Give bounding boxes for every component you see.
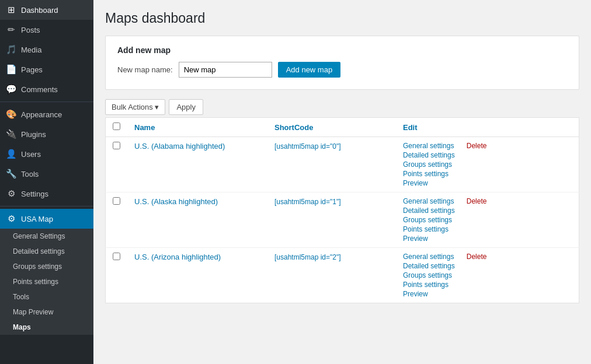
table-row: U.S. (Arizona highlighted)[usahtml5map i… xyxy=(106,248,579,303)
sidebar-item-usa-map[interactable]: ⚙ USA Map xyxy=(0,209,93,229)
edit-link-groups-settings[interactable]: Groups settings xyxy=(403,271,455,279)
table-header-row: Name ShortCode Edit xyxy=(106,118,579,137)
sidebar-item-users[interactable]: 👤 Users xyxy=(0,144,93,164)
row-checkbox-cell xyxy=(106,248,128,303)
row-shortcode: [usahtml5map id="0"] xyxy=(274,142,341,150)
row-name-cell: U.S. (Arizona highlighted) xyxy=(127,248,267,303)
sidebar-item-label: Dashboard xyxy=(21,6,58,15)
edit-link-preview[interactable]: Preview xyxy=(403,290,455,298)
row-checkbox[interactable] xyxy=(113,197,120,205)
row-name[interactable]: U.S. (Alabama highlighted) xyxy=(134,142,225,150)
row-name-cell: U.S. (Alaska highlighted) xyxy=(127,192,267,248)
comments-icon: 💬 xyxy=(6,84,16,94)
select-all-checkbox[interactable] xyxy=(113,123,120,130)
row-checkbox[interactable] xyxy=(113,253,120,260)
sidebar-sub-detailed-settings[interactable]: Detailed settings xyxy=(0,244,93,259)
users-icon: 👤 xyxy=(6,149,16,159)
plugins-icon: 🔌 xyxy=(6,129,16,139)
edit-link-points-settings[interactable]: Points settings xyxy=(403,281,455,289)
sidebar-item-label: Pages xyxy=(21,65,43,74)
edit-link-general-settings[interactable]: General settings xyxy=(403,197,455,205)
add-new-map-button[interactable]: Add new map xyxy=(278,62,341,78)
row-shortcode: [usahtml5map id="2"] xyxy=(274,253,341,261)
sidebar-sub-maps[interactable]: Maps xyxy=(0,320,93,335)
toolbar: Bulk Actions ▾ Apply xyxy=(105,99,579,115)
sidebar-item-label: Plugins xyxy=(21,130,46,139)
add-map-box: Add new map New map name: Add new map xyxy=(105,36,579,90)
media-icon: 🎵 xyxy=(6,44,16,55)
edit-link-points-settings[interactable]: Points settings xyxy=(403,225,455,233)
row-name[interactable]: U.S. (Alaska highlighted) xyxy=(134,197,218,206)
edit-link-preview[interactable]: Preview xyxy=(403,235,455,243)
posts-icon: ✏ xyxy=(6,24,16,35)
sidebar-item-media[interactable]: 🎵 Media xyxy=(0,40,93,60)
header-shortcode: ShortCode xyxy=(267,118,396,137)
sidebar-item-plugins[interactable]: 🔌 Plugins xyxy=(0,124,93,144)
tools-icon: 🔧 xyxy=(6,169,16,179)
edit-link-general-settings[interactable]: General settings xyxy=(403,142,455,150)
delete-link[interactable]: Delete xyxy=(467,197,487,205)
row-edit-cell: General settingsDetailed settingsGroups … xyxy=(396,192,579,248)
table-row: U.S. (Alabama highlighted)[usahtml5map i… xyxy=(106,137,579,192)
row-shortcode: [usahtml5map id="1"] xyxy=(274,198,341,206)
sidebar-divider xyxy=(0,102,93,102)
main-content: Maps dashboard Add new map New map name:… xyxy=(93,0,591,364)
settings-icon: ⚙ xyxy=(6,188,16,199)
sidebar-item-comments[interactable]: 💬 Comments xyxy=(0,79,93,99)
sidebar-sub-groups-settings[interactable]: Groups settings xyxy=(0,259,93,274)
row-shortcode-cell: [usahtml5map id="0"] xyxy=(267,137,396,192)
row-shortcode-cell: [usahtml5map id="2"] xyxy=(267,248,396,303)
pages-icon: 📄 xyxy=(6,64,16,75)
row-checkbox-cell xyxy=(106,137,128,192)
sidebar-item-label: USA Map xyxy=(21,215,53,223)
sidebar-sub-tools[interactable]: Tools xyxy=(0,289,93,304)
header-edit: Edit xyxy=(396,118,579,137)
sidebar: ⊞ Dashboard ✏ Posts 🎵 Media 📄 Pages 💬 Co… xyxy=(0,0,93,364)
edit-link-detailed-settings[interactable]: Detailed settings xyxy=(403,151,455,159)
sidebar-item-label: Media xyxy=(21,46,41,54)
header-name: Name xyxy=(127,118,267,137)
sidebar-sub-general-settings[interactable]: General Settings xyxy=(0,229,93,244)
add-map-heading: Add new map xyxy=(117,46,567,55)
edit-link-groups-settings[interactable]: Groups settings xyxy=(403,160,455,169)
delete-link[interactable]: Delete xyxy=(467,142,487,150)
edit-link-general-settings[interactable]: General settings xyxy=(403,253,455,261)
sidebar-item-tools[interactable]: 🔧 Tools xyxy=(0,164,93,184)
sidebar-item-label: Tools xyxy=(21,170,39,178)
sidebar-item-label: Appearance xyxy=(21,110,62,119)
apply-button[interactable]: Apply xyxy=(169,99,203,115)
edit-links: General settingsDetailed settingsGroups … xyxy=(403,253,455,298)
edit-links: General settingsDetailed settingsGroups … xyxy=(403,142,455,187)
edit-link-groups-settings[interactable]: Groups settings xyxy=(403,216,455,224)
new-map-name-label: New map name: xyxy=(117,65,173,74)
sidebar-sub-map-preview[interactable]: Map Preview xyxy=(0,304,93,320)
usa-map-icon: ⚙ xyxy=(6,214,16,224)
row-shortcode-cell: [usahtml5map id="1"] xyxy=(267,192,396,248)
edit-link-preview[interactable]: Preview xyxy=(403,179,455,187)
sidebar-item-dashboard[interactable]: ⊞ Dashboard xyxy=(0,0,93,20)
row-checkbox[interactable] xyxy=(113,142,120,149)
delete-link[interactable]: Delete xyxy=(467,253,487,261)
edit-link-detailed-settings[interactable]: Detailed settings xyxy=(403,206,455,215)
row-edit-cell: General settingsDetailed settingsGroups … xyxy=(396,137,579,192)
sidebar-item-posts[interactable]: ✏ Posts xyxy=(0,20,93,40)
header-checkbox-col xyxy=(106,118,128,137)
row-edit-cell: General settingsDetailed settingsGroups … xyxy=(396,248,579,303)
sidebar-item-appearance[interactable]: 🎨 Appearance xyxy=(0,104,93,124)
row-name[interactable]: U.S. (Arizona highlighted) xyxy=(134,253,221,261)
edit-link-detailed-settings[interactable]: Detailed settings xyxy=(403,262,455,270)
sidebar-item-pages[interactable]: 📄 Pages xyxy=(0,60,93,79)
appearance-icon: 🎨 xyxy=(6,109,16,120)
sidebar-submenu: General Settings Detailed settings Group… xyxy=(0,229,93,335)
sidebar-sub-points-settings[interactable]: Points settings xyxy=(0,274,93,289)
maps-table: Name ShortCode Edit U.S. (Alabama highli… xyxy=(105,117,579,303)
sidebar-item-label: Comments xyxy=(21,85,58,94)
sidebar-divider-2 xyxy=(0,206,93,206)
new-map-name-input[interactable] xyxy=(179,62,272,78)
page-title: Maps dashboard xyxy=(105,10,579,26)
row-checkbox-cell xyxy=(106,192,128,248)
sidebar-item-settings[interactable]: ⚙ Settings xyxy=(0,184,93,204)
bulk-actions-button[interactable]: Bulk Actions ▾ xyxy=(105,99,165,115)
sidebar-item-label: Posts xyxy=(21,26,40,34)
edit-link-points-settings[interactable]: Points settings xyxy=(403,170,455,178)
